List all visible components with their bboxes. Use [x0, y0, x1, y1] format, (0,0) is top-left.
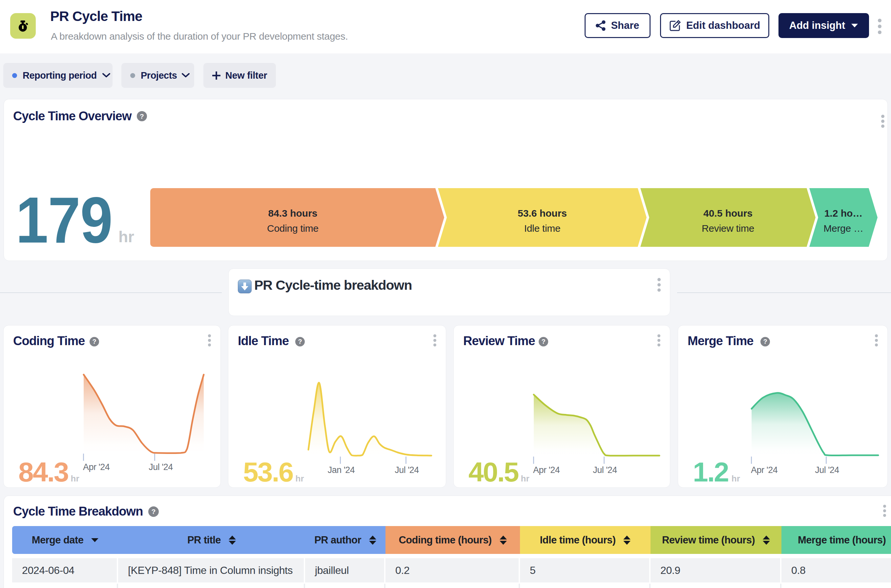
svg-text:Apr '24: Apr '24	[533, 465, 560, 475]
svg-text:Jan '24: Jan '24	[328, 465, 355, 475]
svg-text:Jul '24: Jul '24	[593, 465, 617, 475]
svg-text:Apr '24: Apr '24	[83, 462, 110, 472]
svg-text:Apr '24: Apr '24	[751, 465, 778, 475]
svg-text:Jul '24: Jul '24	[395, 465, 419, 475]
svg-text:Jul '24: Jul '24	[815, 465, 839, 475]
svg-text:Jul '24: Jul '24	[149, 462, 173, 472]
